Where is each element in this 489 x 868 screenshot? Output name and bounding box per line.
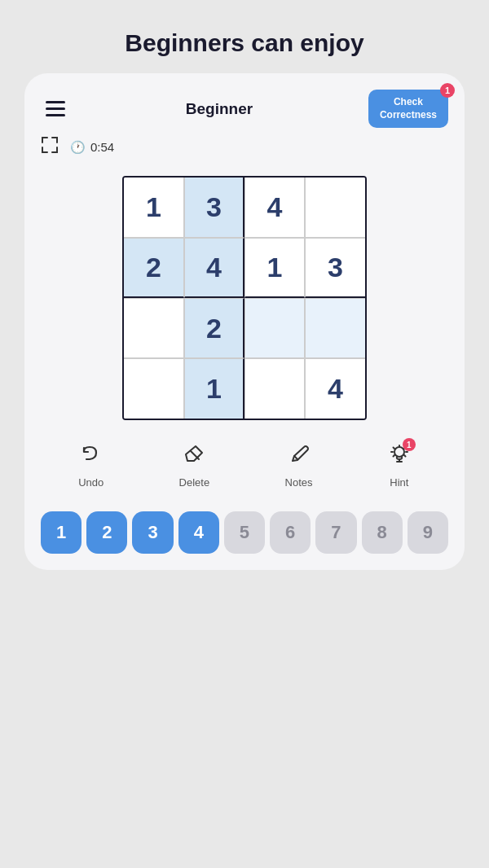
notes-label: Notes (285, 476, 313, 489)
cell-r4c3[interactable] (244, 358, 305, 419)
check-btn-wrapper: CheckCorrectness 1 (368, 90, 448, 128)
undo-label: Undo (78, 476, 104, 489)
check-badge: 1 (440, 83, 455, 98)
app-card: Beginner CheckCorrectness 1 🕐 0:54 13424… (24, 73, 465, 570)
header-title: Beginner (186, 100, 253, 118)
cell-r3c1[interactable] (124, 298, 184, 358)
page-title: Beginners can enjoy (125, 29, 363, 57)
delete-action[interactable]: Delete (179, 443, 210, 489)
timer-display: 🕐 0:54 (70, 140, 114, 155)
cell-r1c3[interactable]: 4 (244, 178, 305, 238)
svg-line-12 (393, 455, 394, 457)
hint-badge: 1 (403, 438, 416, 451)
notes-action[interactable]: Notes (285, 443, 313, 489)
cell-r2c3[interactable]: 1 (244, 238, 305, 298)
hint-label: Hint (390, 476, 408, 489)
delete-label: Delete (179, 476, 210, 489)
sudoku-grid: 1342413214 (122, 176, 367, 420)
grid-wrapper: 1342413214 (41, 176, 448, 420)
cell-r1c1[interactable]: 1 (124, 178, 184, 238)
expand-icon[interactable] (41, 136, 59, 158)
cell-r2c1[interactable]: 2 (124, 238, 184, 298)
cell-r2c4[interactable]: 3 (305, 238, 365, 298)
number-btn-8[interactable]: 8 (362, 511, 403, 554)
cell-r2c2[interactable]: 4 (184, 238, 244, 298)
svg-line-1 (191, 451, 199, 459)
timer-icon: 🕐 (70, 140, 86, 155)
cell-r4c1[interactable] (124, 358, 184, 419)
hint-action[interactable]: 1 Hint (388, 443, 411, 489)
number-btn-4[interactable]: 4 (178, 511, 219, 554)
hint-icon: 1 (388, 443, 411, 471)
hamburger-menu[interactable] (41, 96, 70, 121)
notes-icon (288, 443, 311, 471)
number-btn-5[interactable]: 5 (224, 511, 265, 554)
number-btn-6[interactable]: 6 (270, 511, 311, 554)
cell-r4c4[interactable]: 4 (305, 358, 365, 419)
cell-r3c2[interactable]: 2 (184, 298, 244, 358)
actions-bar: Undo Delete Notes (41, 435, 448, 497)
check-correctness-button[interactable]: CheckCorrectness (368, 90, 448, 128)
timer-value: 0:54 (90, 140, 114, 154)
number-btn-9[interactable]: 9 (408, 511, 448, 554)
timer-row: 🕐 0:54 (41, 136, 448, 158)
svg-line-11 (404, 455, 406, 457)
undo-icon (80, 443, 103, 471)
number-btn-7[interactable]: 7 (315, 511, 356, 554)
svg-line-2 (294, 456, 297, 459)
undo-action[interactable]: Undo (78, 443, 104, 489)
number-row: 123456789 (41, 511, 448, 554)
cell-r1c2[interactable]: 3 (184, 178, 244, 238)
cell-r4c2[interactable]: 1 (184, 358, 244, 419)
number-btn-2[interactable]: 2 (86, 511, 127, 554)
cell-r3c3[interactable] (244, 298, 305, 358)
number-btn-3[interactable]: 3 (132, 511, 173, 554)
header: Beginner CheckCorrectness 1 (41, 90, 448, 128)
eraser-icon (183, 443, 205, 471)
svg-line-6 (393, 448, 394, 449)
svg-point-3 (394, 447, 404, 457)
cell-r1c4[interactable] (305, 178, 365, 238)
number-btn-1[interactable]: 1 (41, 511, 82, 554)
cell-r3c4[interactable] (305, 298, 365, 358)
